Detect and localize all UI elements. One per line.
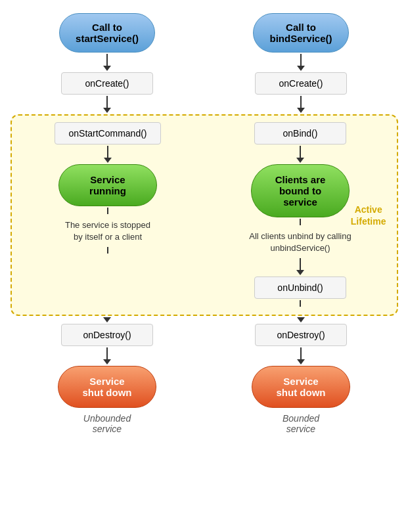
footer-right: Bounded service (222, 413, 380, 434)
arrow-2-right (297, 96, 305, 113)
service-running-pill: Service running (58, 164, 157, 206)
arrow-5-left (107, 247, 108, 254)
arrow-2-left (103, 96, 111, 113)
arrow-1-left (103, 54, 111, 71)
arrow-5-right (296, 258, 304, 275)
on-create-left: onCreate() (61, 72, 153, 95)
on-destroy-right: onDestroy() (255, 324, 347, 346)
arrow-pre-destroy-left (103, 317, 111, 322)
right-col: Call to bindService() onCreate() (222, 13, 380, 114)
left-col: Call to startService() onCreate() (28, 13, 186, 114)
arrow-destroy-right (297, 347, 305, 365)
start-service-pill: Call to startService() (59, 13, 155, 53)
shutdown-right-pill: Service shut down (252, 366, 350, 408)
bottom-left-col: onDestroy() Service shut down (28, 316, 186, 408)
arrow-4-left (107, 208, 108, 214)
arrow-6-right (300, 300, 301, 307)
arrow-3-left (104, 146, 112, 163)
top-row: Call to startService() onCreate() Call t… (11, 13, 398, 114)
service-running-label: Service running (89, 174, 126, 196)
shutdown-left-label: Service shut down (83, 376, 132, 398)
unbind-note: All clients unbind by calling unbindServ… (249, 231, 351, 254)
shutdown-right-label: Service shut down (277, 376, 326, 398)
bind-service-label: Call to bindService() (269, 22, 332, 44)
on-unbind: onUnbind() (254, 277, 346, 299)
stop-note: The service is stopped by itself or a cl… (65, 219, 150, 243)
arrow-pre-destroy-right (297, 317, 305, 322)
clients-bound-pill: Clients are bound to service (251, 164, 350, 217)
lifetime-right-col: onBind() Clients are bound to service Al… (231, 122, 369, 308)
bottom-right-col: onDestroy() Service shut down (222, 316, 380, 408)
bind-service-pill: Call to bindService() (253, 13, 348, 53)
lifetime-two-col: onStartCommand() Service running The ser… (12, 122, 397, 308)
arrow-destroy-left (103, 347, 111, 365)
arrow-4-right (300, 219, 301, 225)
lifetime-left-col: onStartCommand() Service running The ser… (39, 122, 177, 308)
shutdown-left-pill: Service shut down (58, 366, 156, 408)
arrow-3-right (296, 146, 304, 163)
arrow-1-right (297, 54, 305, 71)
on-create-right: onCreate() (255, 72, 347, 95)
bottom-row: onDestroy() Service shut down onDestroy(… (11, 316, 398, 408)
clients-bound-label: Clients are bound to service (275, 174, 326, 208)
on-destroy-left: onDestroy() (61, 324, 153, 346)
footer-left: Unbounded service (28, 413, 186, 434)
active-lifetime-box: Active Lifetime onStartCommand() Service… (11, 114, 398, 316)
on-start-command: onStartCommand() (55, 122, 160, 144)
start-service-label: Call to startService() (76, 22, 139, 44)
footer-labels: Unbounded service Bounded service (11, 413, 398, 434)
diagram: Call to startService() onCreate() Call t… (11, 13, 398, 434)
on-bind: onBind() (254, 122, 346, 144)
